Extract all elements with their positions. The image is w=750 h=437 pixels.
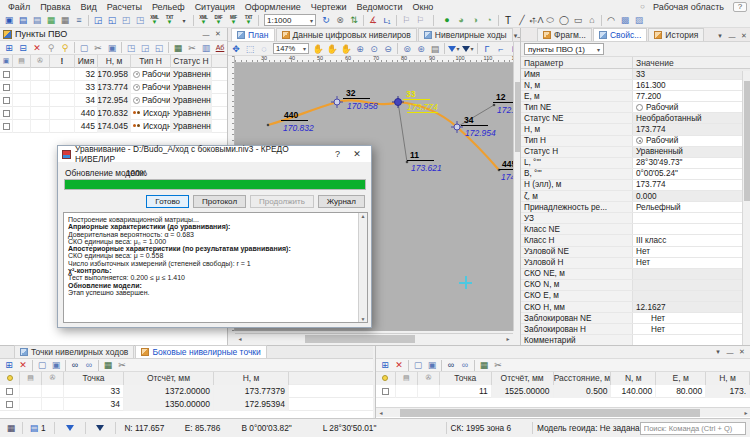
paste-icon[interactable]: ▣	[49, 359, 63, 372]
ellipse-tool-icon[interactable]: ⬭	[543, 14, 557, 27]
grid-icon[interactable]: ▥	[199, 41, 213, 54]
pan-hand-1-icon[interactable]: ✋	[311, 42, 325, 55]
export-dxf-icon[interactable]: DXF▼	[211, 14, 226, 27]
property-row[interactable]: Н (элл), м173.774	[521, 180, 750, 191]
import-raster-icon[interactable]: ◳	[133, 14, 147, 27]
image-column-icon[interactable]: ▤	[396, 372, 418, 385]
menu-situation[interactable]: Ситуация	[190, 1, 240, 13]
radio-checked-icon[interactable]	[636, 137, 643, 144]
checkbox[interactable]	[382, 388, 389, 395]
checkbox[interactable]	[3, 123, 10, 130]
menu-edit[interactable]: Правка	[35, 1, 75, 13]
import-more-chevron-icon[interactable]: ▾	[177, 14, 191, 27]
zoom-out-icon[interactable]: ⊖	[381, 42, 395, 55]
find-icon[interactable]: ∞	[444, 359, 458, 372]
find-next-icon[interactable]: ∞	[458, 359, 472, 372]
done-button[interactable]: Готово	[146, 195, 189, 208]
table-row[interactable]: 34 172.954 Рабочий Уравненный	[0, 94, 227, 107]
invert-selection-icon[interactable]: ◲	[138, 41, 152, 54]
flag-1-icon[interactable]: ⚐	[399, 14, 413, 27]
text-tool-icon[interactable]: T	[501, 14, 515, 27]
tab-side-points[interactable]: Боковые нивелирные точки	[135, 345, 266, 358]
checkbox[interactable]	[3, 97, 10, 104]
add-row-icon[interactable]: ⊞	[378, 359, 392, 372]
scale-select[interactable]: 1:1000▾	[264, 14, 316, 26]
save-copy-icon[interactable]: ▤	[30, 14, 44, 27]
chevron-down-icon[interactable]: ▾	[714, 31, 726, 41]
dialog-help-button[interactable]: ?	[328, 147, 348, 161]
menu-drawings[interactable]: Чертежи	[306, 1, 352, 13]
table-view-icon[interactable]: ▦	[101, 359, 115, 372]
minimize-icon[interactable]: —	[724, 347, 736, 357]
scroll-right-icon[interactable]: ▸	[503, 334, 513, 343]
polyline-tool-icon[interactable]: 𝥮Λ	[529, 14, 543, 27]
clear-selection-icon[interactable]: ◱	[152, 41, 166, 54]
property-row[interactable]: Статус NEНеобработанный	[521, 113, 750, 124]
property-row[interactable]: УЗ	[521, 213, 750, 224]
zoom-100-icon[interactable]: ⊙	[367, 42, 381, 55]
property-row[interactable]: Имя33	[521, 69, 750, 80]
point-label-11[interactable]: 11	[407, 150, 434, 161]
line-tool-icon[interactable]: ╱	[515, 14, 529, 27]
property-row[interactable]: N, м161.300	[521, 80, 750, 91]
point-label-34[interactable]: 34	[461, 115, 488, 126]
table-row[interactable]: 34 1350.00000 172.95394	[0, 398, 373, 411]
filter-status-icon[interactable]	[63, 422, 77, 434]
layers-status-icon[interactable]: ▤	[27, 422, 41, 434]
add-row-icon[interactable]: ⊞	[2, 41, 16, 54]
point-style-3-icon[interactable]: ◑	[468, 14, 482, 27]
print-settings-icon[interactable]: ▦	[44, 14, 58, 27]
point-style-1-icon[interactable]: ●	[440, 14, 454, 27]
pan-mode-icon[interactable]: ✥	[229, 42, 243, 55]
property-row[interactable]: ζ, м0.000	[521, 191, 750, 202]
column-type[interactable]: Тип Н	[131, 55, 171, 68]
image-column-icon[interactable]: ▤	[20, 372, 42, 385]
tab-fragments[interactable]: Фрагм...	[537, 28, 592, 41]
table-settings-icon[interactable]: ✂	[185, 41, 199, 54]
property-row[interactable]: Узловой NEНет	[521, 247, 750, 258]
image-column-icon[interactable]: ▤	[13, 55, 31, 68]
property-row[interactable]: L, °'"28°30'49.73"	[521, 158, 750, 169]
table-row[interactable]: 11 1525.00000 0.500 140.000 80.000 173.	[376, 385, 750, 398]
point-label-32[interactable]: 32	[343, 88, 370, 99]
pan-hand-3-icon[interactable]: ✋	[339, 42, 353, 55]
table-view-icon[interactable]: ▦	[171, 41, 185, 54]
property-row[interactable]: Тип NEРабочий	[521, 102, 750, 113]
table-settings-icon[interactable]: ✂	[491, 359, 505, 372]
export-txt-icon[interactable]: TXT▼	[241, 14, 256, 27]
polygon-tool-icon[interactable]: ⌂	[585, 14, 599, 27]
select-column-icon[interactable]: ▣	[0, 55, 13, 68]
menu-reports[interactable]: Ведомости	[352, 1, 408, 13]
insert-row-icon[interactable]: ⊟	[16, 41, 30, 54]
close-icon[interactable]: ✕	[212, 29, 224, 39]
point-label-33-selected[interactable]: 33	[403, 89, 430, 100]
property-row[interactable]: СКО E, м	[521, 291, 750, 302]
menu-window[interactable]: Окно	[407, 1, 438, 13]
paste-icon[interactable]: ▣	[425, 359, 439, 372]
export-xml-icon[interactable]: XML▼	[196, 14, 211, 27]
checkbox[interactable]	[6, 401, 13, 408]
tab-run-points[interactable]: Точки нивелирных ходов	[14, 345, 134, 358]
close-icon[interactable]: ✕	[738, 31, 750, 41]
journal-button[interactable]: Журнал	[318, 195, 365, 208]
tab-history[interactable]: История	[648, 28, 704, 41]
point-label-445[interactable]: 445	[499, 159, 513, 170]
plan-vertical-scrollbar[interactable]	[513, 42, 520, 331]
property-row[interactable]: Принадлежность ре...Рельефный	[521, 202, 750, 213]
image-frame-icon[interactable]: ▩	[618, 14, 632, 27]
plan-horizontal-scrollbar[interactable]: ◂ ▸	[235, 333, 513, 343]
column-status[interactable]: Статус Н	[171, 55, 212, 68]
minimize-icon[interactable]: —	[200, 29, 212, 39]
cut-icon[interactable]: ✂	[91, 41, 105, 54]
protocol-button[interactable]: Протокол	[193, 195, 246, 208]
exchange-icon[interactable]: ⇅	[347, 14, 361, 27]
table-row[interactable]: 445 174.045 Исходный Уравненный	[0, 120, 227, 133]
close-icon[interactable]: ✕	[736, 347, 748, 357]
property-row[interactable]: Тип НРабочий	[521, 136, 750, 147]
point-style-2-icon[interactable]: ◕	[454, 14, 468, 27]
radio-icon[interactable]	[636, 104, 643, 111]
object-selector[interactable]: пункты ПВО (1)▾	[524, 43, 604, 55]
pan-hand-2-icon[interactable]: ✋	[325, 42, 339, 55]
adjustment-icon[interactable]: ∡	[366, 14, 380, 27]
minimize-icon[interactable]: —	[726, 31, 738, 41]
